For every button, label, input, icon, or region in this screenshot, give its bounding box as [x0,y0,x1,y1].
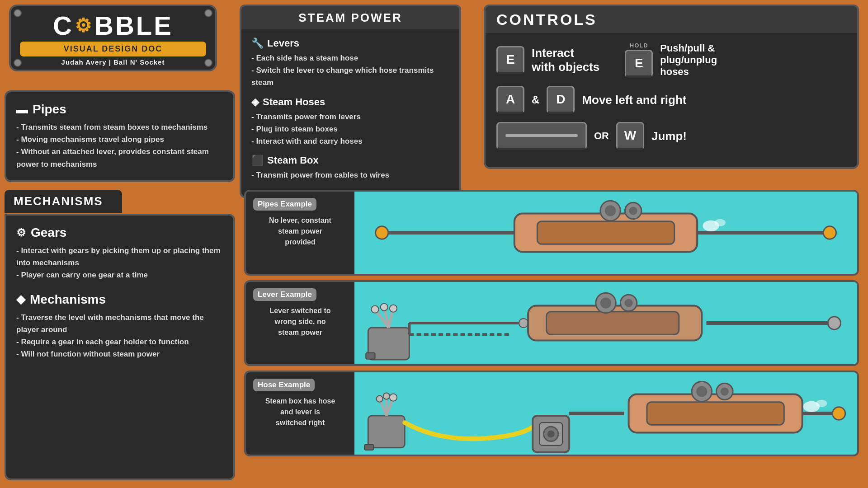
svg-point-29 [624,299,632,307]
levers-subsection: 🔧 Levers - Each side has a steam hose - … [251,38,449,89]
svg-point-44 [832,407,845,420]
svg-rect-25 [547,312,679,335]
screw-bottom-right [204,59,212,67]
mech-line-1: - Traverse the level with mechanisms tha… [16,311,223,336]
pipes-example-title: Pipes Example [253,198,316,211]
pipes-section: ▬ Pipes - Transmits steam from steam box… [5,90,235,182]
pipes-title: ▬ Pipes [16,102,223,117]
steam-box-body: - Transmit power from cables to wires [251,169,449,181]
mechanisms-header: MECHANISMS [5,190,122,213]
svg-point-10 [715,219,726,226]
steam-box-title-text: Steam Box [267,155,319,166]
svg-rect-4 [537,221,674,244]
logo-bble: BBLE [94,13,173,39]
steam-hoses-title-text: Steam Hoses [263,96,325,108]
pipes-line-1: - Transmits steam from steam boxes to me… [16,121,223,133]
jump-label: Jump! [651,129,687,143]
steam-power-body: 🔧 Levers - Each side has a steam hose - … [240,29,461,198]
levers-line-2: - Switch the lever to change which hose … [251,64,449,89]
logo-subtitle: VISUAL DESIGN DOC [20,42,206,56]
screw-top-right [204,9,212,17]
steam-hoses-subsection: ◈ Steam Hoses - Transmits power from lev… [251,96,449,148]
lever-example-visual [354,282,857,364]
move-label: Move left and right [582,93,686,107]
a-key[interactable]: A [496,86,524,114]
move-row: A & D Move left and right [496,86,846,114]
hold-label: HOLD [625,42,653,49]
hose-example-row: Hose Example Steam box has hoseand lever… [244,371,859,456]
svg-point-6 [605,205,616,216]
steam-hoses-body: - Transmits power from levers - Plug int… [251,111,449,148]
and-symbol: & [532,94,539,106]
steam-hoses-line-2: - Plug into steam boxes [251,123,449,135]
interact-label: Interactwith objects [532,46,599,74]
hose-example-desc: Steam box has hoseand lever isswitched r… [253,396,347,428]
steam-box-icon: ⬛ [251,155,264,166]
lever-example-row: Lever Example Lever switched towrong sid… [244,280,859,366]
e-key-interact[interactable]: E [496,46,524,74]
steam-box-subsection: ⬛ Steam Box - Transmit power from cables… [251,155,449,181]
logo-gear-icon: ⚙ [75,16,94,35]
pipes-body: - Transmits steam from steam boxes to me… [16,121,223,170]
gears-title: ⚙ Gears [16,225,223,240]
mechanisms-icon: ◆ [16,292,25,306]
pipes-example-desc: No lever, constantsteam powerprovided [253,215,347,248]
pipes-example-label: Pipes Example No lever, constantsteam po… [246,192,354,274]
steam-hoses-line-3: - Interact with and carry hoses [251,135,449,147]
e-key-hold[interactable]: E [625,50,653,78]
svg-point-8 [629,206,637,215]
levers-title-text: Levers [267,38,299,49]
interact-row: E Interactwith objects HOLD E Push/pull … [496,42,846,78]
svg-point-1 [376,226,388,239]
mechanisms-title: ◆ Mechanisms [16,292,223,307]
lever-example-label: Lever Example Lever switched towrong sid… [246,282,354,364]
svg-rect-53 [364,445,373,450]
pipes-line-3: - Without an attached lever, provides co… [16,145,223,170]
gears-line-2: - Player can carry one gear at a time [16,269,223,281]
pipes-example-row: Pipes Example No lever, constantsteam po… [244,190,859,276]
logo-section: C ⚙ BBLE VISUAL DESIGN DOC Judah Avery |… [9,5,217,71]
mechanisms-body: ⚙ Gears - Interact with gears by picking… [5,214,235,480]
w-key[interactable]: W [616,122,644,150]
gears-icon: ⚙ [16,226,26,239]
examples-area: Pipes Example No lever, constantsteam po… [244,190,859,461]
mechanisms-body-text: - Traverse the level with mechanisms tha… [16,311,223,361]
steam-hoses-line-1: - Transmits power from levers [251,111,449,123]
or-symbol: OR [594,130,609,142]
svg-point-27 [600,297,611,308]
steam-power-section: STEAM POWER 🔧 Levers - Each side has a s… [240,5,461,198]
steam-power-header: STEAM POWER [240,5,461,29]
space-key[interactable] [496,122,587,150]
svg-rect-46 [647,402,784,425]
logo-title: C ⚙ BBLE [20,13,206,39]
steam-box-title: ⬛ Steam Box [251,155,449,166]
gears-line-1: - Interact with gears by picking them up… [16,244,223,269]
logo-c: C [53,13,74,39]
svg-rect-30 [366,353,375,359]
space-bar-line [505,134,578,137]
pipes-title-text: Pipes [33,102,66,117]
controls-header: CONTROLS [484,5,859,33]
levers-line-1: - Each side has a steam hose [251,52,449,64]
d-key[interactable]: D [547,86,575,114]
gears-title-text: Gears [31,225,66,240]
svg-point-37 [383,393,390,399]
svg-point-13 [371,306,378,313]
controls-body: E Interactwith objects HOLD E Push/pull … [484,33,859,169]
mechanisms-subsection: ◆ Mechanisms - Traverse the level with m… [16,292,223,361]
screw-top-left [14,9,22,17]
levers-body: - Each side has a steam hose - Switch th… [251,52,449,89]
gears-body: - Interact with gears by picking them up… [16,244,223,282]
svg-point-2 [823,226,836,239]
mech-line-2: - Require a gear in each gear holder to … [16,336,223,348]
pipes-line-2: - Moving mechanisms travel along pipes [16,133,223,145]
steam-box-line-1: - Transmit power from cables to wires [251,169,449,181]
mechanisms-title-text: Mechanisms [30,292,106,307]
pipes-example-visual [354,192,857,274]
hold-group: HOLD E [625,42,653,78]
svg-point-23 [828,317,840,329]
screw-bottom-left [14,59,22,67]
gears-subsection: ⚙ Gears - Interact with gears by picking… [16,225,223,282]
logo-author: Judah Avery | Ball N' Socket [20,58,206,66]
pipes-icon: ▬ [16,103,28,117]
